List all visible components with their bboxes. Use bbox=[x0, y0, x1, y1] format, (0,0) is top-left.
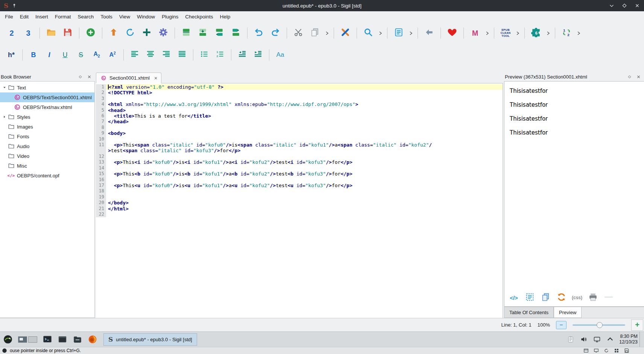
tree-item-images[interactable]: Images bbox=[0, 122, 94, 132]
copy-html-button[interactable] bbox=[538, 290, 553, 305]
align-left-button[interactable] bbox=[127, 47, 142, 63]
menu-search[interactable]: Search bbox=[74, 11, 97, 22]
preview-float-button[interactable] bbox=[626, 73, 633, 80]
settings-gear-button[interactable] bbox=[155, 24, 171, 42]
collapse-arrow-icon[interactable] bbox=[2, 86, 7, 89]
tree-item-oebps-content-opf[interactable]: </>OEBPS/content.opf bbox=[0, 171, 94, 180]
files-icon[interactable] bbox=[71, 333, 84, 346]
refresh-preview-button[interactable] bbox=[554, 290, 568, 305]
app-launcher-button[interactable] bbox=[1, 333, 15, 346]
split-after-button[interactable] bbox=[228, 24, 244, 42]
tree-item-misc[interactable]: Misc bbox=[0, 161, 94, 171]
minimize-button[interactable] bbox=[609, 3, 615, 9]
index-overflow-chevron[interactable] bbox=[407, 26, 414, 41]
insert-file-button[interactable] bbox=[139, 24, 155, 42]
index-editor-button[interactable] bbox=[391, 24, 407, 42]
code-line-6[interactable]: 6 <title>This is a test for</title> bbox=[96, 113, 503, 119]
code-line-7[interactable]: 7</head> bbox=[96, 119, 503, 124]
indent-button[interactable] bbox=[251, 47, 266, 63]
edit-overflow-chevron[interactable] bbox=[324, 26, 330, 41]
maximize-button[interactable] bbox=[621, 3, 627, 9]
css-button[interactable]: (css) bbox=[570, 290, 584, 305]
redo-button[interactable] bbox=[267, 24, 283, 42]
plugins-button[interactable]: 6 bbox=[528, 24, 544, 42]
tree-item-styles[interactable]: Styles bbox=[0, 112, 94, 122]
code-line-11-wrap[interactable]: >test<span class="italic" id="kofu3"/>fo… bbox=[96, 148, 503, 153]
preview-zoom-slider[interactable] bbox=[601, 290, 616, 305]
bold-button[interactable]: B bbox=[26, 47, 41, 63]
align-right-button[interactable] bbox=[159, 47, 174, 63]
clipboard-icon[interactable] bbox=[567, 335, 575, 343]
code-line-13[interactable]: 13 <p>This<i id="kofu0"/>is<i id="kofu1"… bbox=[96, 159, 503, 165]
code-line-12[interactable]: 12 bbox=[96, 154, 503, 159]
close-button[interactable] bbox=[634, 3, 640, 9]
print-button[interactable] bbox=[586, 290, 600, 305]
add-existing-files-button[interactable] bbox=[83, 24, 99, 42]
heading-button[interactable]: h* bbox=[4, 47, 19, 63]
tree-item-video[interactable]: Video bbox=[0, 151, 94, 161]
hint-refresh-icon[interactable] bbox=[603, 348, 609, 354]
inspect-button[interactable]: </> bbox=[507, 290, 521, 305]
code-line-1[interactable]: 1<?xml version="1.0" encoding="utf-8" ?> bbox=[96, 84, 503, 90]
menu-file[interactable]: File bbox=[2, 11, 17, 22]
donate-button[interactable] bbox=[444, 24, 460, 42]
menu-checkpoints[interactable]: Checkpoints bbox=[182, 11, 216, 22]
open-file-button[interactable] bbox=[43, 24, 59, 42]
code-line-18[interactable]: 18 bbox=[96, 188, 503, 194]
window-icon[interactable] bbox=[56, 333, 69, 346]
tree-item-audio[interactable]: Audio bbox=[0, 141, 94, 151]
code-line-8[interactable]: 8 bbox=[96, 125, 503, 130]
preview-close-button[interactable] bbox=[635, 73, 642, 80]
bullet-list-button[interactable] bbox=[197, 47, 212, 63]
menu-edit[interactable]: Edit bbox=[17, 11, 32, 22]
new-epub3-button[interactable]: 3 bbox=[20, 24, 36, 42]
code-line-10[interactable]: 10 bbox=[96, 136, 503, 142]
code-line-5[interactable]: 5<head> bbox=[96, 107, 503, 113]
code-line-3[interactable]: 3 bbox=[96, 96, 503, 101]
book-browser-close-button[interactable] bbox=[86, 73, 93, 80]
book-browser-float-button[interactable] bbox=[77, 73, 84, 80]
find-button[interactable] bbox=[360, 24, 376, 42]
terminal-icon[interactable] bbox=[41, 333, 54, 346]
code-line-11[interactable]: 11 <p>This<span class="italic" id="kofu0… bbox=[96, 142, 503, 148]
back-button[interactable] bbox=[421, 24, 437, 42]
hint-save-icon[interactable] bbox=[624, 348, 630, 354]
dock-tab-table-of-contents[interactable]: Table Of Contents bbox=[504, 307, 554, 318]
numbered-list-button[interactable]: 12 bbox=[213, 47, 228, 63]
clean-overflow-chevron[interactable] bbox=[514, 26, 521, 41]
tab-close-icon[interactable]: × bbox=[154, 76, 157, 81]
code-editor[interactable]: 1<?xml version="1.0" encoding="utf-8" ?>… bbox=[96, 83, 503, 318]
underline-button[interactable]: U bbox=[58, 47, 73, 63]
align-center-button[interactable] bbox=[143, 47, 158, 63]
undo-button[interactable] bbox=[251, 24, 267, 42]
menu-help[interactable]: Help bbox=[216, 11, 234, 22]
code-line-19[interactable]: 19 bbox=[96, 194, 503, 200]
zoom-slider[interactable] bbox=[573, 321, 625, 329]
hint-window-icon[interactable] bbox=[583, 348, 589, 354]
volume-icon[interactable] bbox=[580, 335, 588, 343]
x-tool-button[interactable] bbox=[337, 24, 353, 42]
new-epub2-button[interactable]: 2 bbox=[4, 24, 20, 42]
outdent-button[interactable] bbox=[235, 47, 250, 63]
code-line-20[interactable]: 20</body> bbox=[96, 200, 503, 206]
menu-window[interactable]: Window bbox=[134, 11, 158, 22]
dock-tab-preview[interactable]: Preview bbox=[554, 307, 582, 318]
code-line-4[interactable]: 4<html xmlns="http://www.w3.org/1999/xht… bbox=[96, 101, 503, 107]
save-button[interactable] bbox=[60, 24, 76, 42]
tab-section0001[interactable]: Section0001.xhtml × bbox=[96, 73, 161, 83]
code-line-22[interactable]: 22 bbox=[96, 212, 503, 217]
mend-button[interactable]: M bbox=[467, 24, 483, 42]
copy-button[interactable] bbox=[307, 24, 323, 42]
epub-clean-tool-button[interactable]: EPUBCLEANTOOL bbox=[498, 24, 513, 42]
menu-view[interactable]: View bbox=[116, 11, 134, 22]
menu-tools[interactable]: Tools bbox=[97, 11, 116, 22]
display-icon[interactable] bbox=[593, 335, 601, 343]
code-line-14[interactable]: 14 bbox=[96, 165, 503, 171]
chevron-up-icon[interactable] bbox=[606, 335, 614, 343]
split-at-cursor-button[interactable] bbox=[178, 24, 194, 42]
cut-button[interactable] bbox=[290, 24, 306, 42]
expand-arrow-icon[interactable] bbox=[2, 115, 7, 119]
select-all-button[interactable] bbox=[522, 290, 537, 305]
zoom-in-button[interactable]: + bbox=[631, 319, 643, 331]
taskbar-clock[interactable]: 8:30 PM 12/10/23 bbox=[619, 334, 638, 345]
